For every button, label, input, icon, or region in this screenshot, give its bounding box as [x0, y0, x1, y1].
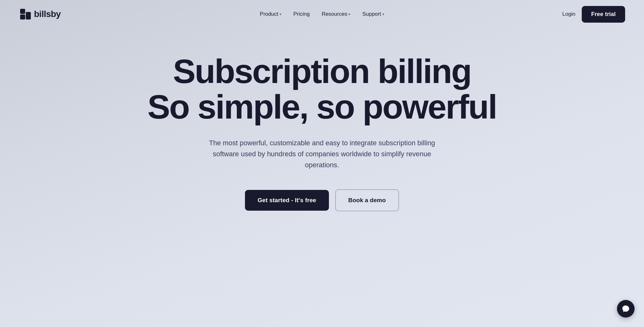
book-demo-button[interactable]: Book a demo	[335, 189, 399, 211]
chevron-down-icon: ▾	[280, 12, 281, 16]
hero-section: Subscription billing So simple, so power…	[0, 28, 644, 236]
chat-icon	[622, 305, 630, 313]
logo-icon	[19, 8, 32, 21]
svg-rect-1	[20, 14, 25, 19]
nav-links: Product ▾ Pricing Resources ▾ Support ▾	[255, 8, 388, 20]
nav-pricing[interactable]: Pricing	[289, 8, 314, 20]
get-started-button[interactable]: Get started - It's free	[245, 190, 329, 211]
svg-rect-0	[20, 9, 25, 14]
nav-actions: Login Free trial	[562, 6, 625, 23]
hero-buttons: Get started - It's free Book a demo	[245, 189, 399, 211]
svg-rect-2	[26, 12, 31, 19]
chat-widget[interactable]	[617, 300, 635, 318]
chevron-down-icon: ▾	[382, 12, 384, 16]
navbar: billsby Product ▾ Pricing Resources ▾ Su…	[0, 0, 644, 28]
free-trial-button[interactable]: Free trial	[582, 6, 625, 23]
hero-headline: Subscription billing So simple, so power…	[147, 53, 497, 125]
hero-subtext: The most powerful, customizable and easy…	[206, 137, 438, 171]
logo-text: billsby	[34, 9, 61, 19]
chevron-down-icon: ▾	[348, 12, 350, 16]
login-link[interactable]: Login	[562, 11, 575, 17]
nav-support[interactable]: Support ▾	[358, 8, 389, 20]
nav-resources[interactable]: Resources ▾	[317, 8, 355, 20]
nav-product[interactable]: Product ▾	[255, 8, 286, 20]
logo[interactable]: billsby	[19, 8, 61, 21]
